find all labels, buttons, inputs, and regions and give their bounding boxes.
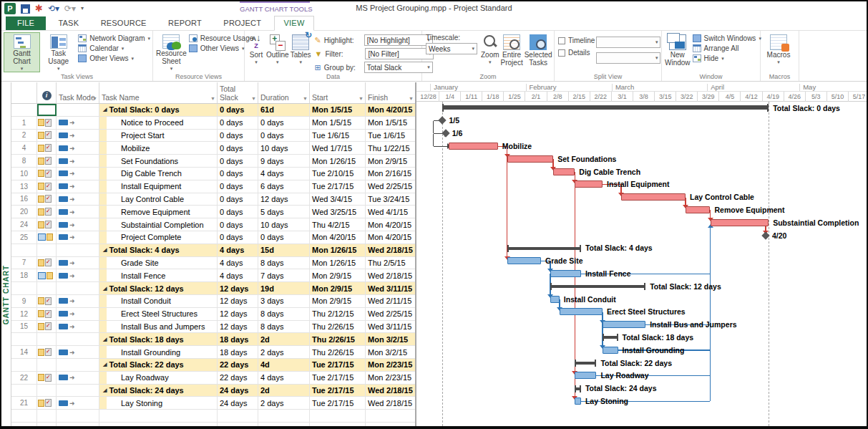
info-column-header[interactable]: i <box>37 82 57 103</box>
collapse-group-icon[interactable]: ◢ <box>103 387 107 393</box>
gantt-bar[interactable] <box>507 257 541 264</box>
indicators-cell[interactable] <box>37 257 57 269</box>
finish-cell[interactable]: Mon 3/2/15 <box>366 333 415 345</box>
duration-cell[interactable]: 4 days <box>258 168 310 180</box>
task-mode-cell[interactable]: ➜ <box>57 168 99 180</box>
task-mode-cell[interactable]: ➜ <box>57 308 99 320</box>
finish-cell[interactable]: Wed 2/18/15 <box>366 269 415 281</box>
empty-row[interactable] <box>11 410 415 423</box>
timescale-week-label[interactable]: 5/3 <box>806 92 827 102</box>
indicators-cell[interactable] <box>37 130 57 142</box>
indicators-cell[interactable] <box>37 206 57 218</box>
gantt-bar[interactable] <box>507 155 554 163</box>
table-row[interactable]: 14➜Install Grounding18 days2 daysThu 2/2… <box>11 346 415 359</box>
timescale-week-label[interactable]: 3/29 <box>698 92 719 102</box>
details-checkbox[interactable] <box>558 49 565 57</box>
tab-resource[interactable]: RESOURCE <box>92 16 156 30</box>
task-mode-cell[interactable]: ➜ <box>57 397 99 409</box>
group-row[interactable]: ◢Total Slack: 12 days12 days19dMon 2/9/1… <box>11 282 415 295</box>
duration-cell[interactable]: 5 days <box>258 206 310 218</box>
table-row[interactable]: 15➜Install Bus and Jumpers12 days8 daysT… <box>11 321 415 334</box>
task-name-cell[interactable]: Erect Steel Structures <box>99 308 218 320</box>
task-name-cell[interactable]: Grade Site <box>99 257 218 269</box>
other-views-button[interactable]: Other Views▾ <box>78 54 150 62</box>
timescale-week-label[interactable]: 3/22 <box>676 92 698 102</box>
tab-task[interactable]: TASK <box>49 16 88 30</box>
task-mode-cell[interactable] <box>57 333 99 345</box>
filter-arrow-icon[interactable]: ▼ <box>92 96 97 101</box>
finish-cell[interactable]: Wed 2/25/15 <box>366 308 415 320</box>
details-view-dropdown[interactable]: ▾ <box>596 52 660 64</box>
task-mode-cell[interactable] <box>57 385 99 397</box>
resource-other-views-button[interactable]: Other Views▾ <box>189 44 253 52</box>
duration-cell[interactable]: 2d <box>258 333 310 345</box>
total-slack-cell[interactable]: 0 days <box>218 180 258 193</box>
task-mode-cell[interactable] <box>57 359 99 371</box>
duration-cell[interactable]: 12 days <box>258 193 310 206</box>
indicators-cell[interactable] <box>37 104 57 116</box>
finish-cell[interactable]: Wed 2/18/15 <box>366 385 415 397</box>
task-mode-cell[interactable]: ➜ <box>57 155 99 167</box>
total-slack-cell[interactable]: 24 days <box>218 397 258 409</box>
timescale-month-label[interactable]: April <box>711 83 724 91</box>
start-cell[interactable]: Mon 1/5/15 <box>310 117 366 129</box>
finish-cell[interactable]: Thu 2/5/15 <box>366 257 415 269</box>
gantt-bar[interactable] <box>575 397 581 405</box>
tab-file[interactable]: FILE <box>6 16 46 30</box>
gantt-bar[interactable] <box>575 362 596 365</box>
group-row[interactable]: ◢Total Slack: 4 days4 days15dMon 1/26/15… <box>11 244 415 257</box>
indicators-cell[interactable] <box>37 244 57 256</box>
total-slack-cell[interactable]: 0 days <box>218 168 258 180</box>
gantt-chart-button[interactable]: Gantt Chart▾ <box>4 32 40 72</box>
total-slack-cell[interactable]: 22 days <box>218 359 258 371</box>
sort-button[interactable]: A↓Z Sort▾ <box>247 32 265 72</box>
task-mode-header[interactable]: Task Mode▼ <box>57 82 99 103</box>
gantt-bar[interactable] <box>550 270 581 277</box>
duration-cell[interactable]: 8 days <box>258 257 310 269</box>
total-slack-cell[interactable]: 12 days <box>218 295 258 307</box>
task-name-header[interactable]: Task Name▼ <box>99 82 218 103</box>
filter-arrow-icon[interactable]: ▼ <box>303 96 308 101</box>
row-number-cell[interactable]: 14 <box>11 346 37 358</box>
task-mode-cell[interactable]: ➜ <box>57 180 99 193</box>
collapse-group-icon[interactable]: ◢ <box>103 362 107 367</box>
zoom-button[interactable]: Zoom▾ <box>480 32 500 72</box>
row-number-cell[interactable]: 10 <box>11 168 37 180</box>
duration-cell[interactable]: 0 days <box>258 231 310 244</box>
indicators-cell[interactable] <box>37 372 57 384</box>
indicators-cell[interactable] <box>37 308 57 320</box>
gantt-bar[interactable] <box>711 219 769 226</box>
row-number-cell[interactable]: 22 <box>11 372 37 384</box>
task-name-cell[interactable]: Notice to Proceed <box>99 117 218 129</box>
start-cell[interactable]: Mon 1/5/15 <box>310 104 366 116</box>
task-mode-cell[interactable]: ➜ <box>57 372 99 384</box>
timescale-month-label[interactable]: January <box>434 83 458 91</box>
finish-cell[interactable]: Mon 4/20/15 <box>366 218 415 231</box>
task-name-cell[interactable]: Lay Control Cable <box>99 193 218 206</box>
timescale-week-label[interactable]: 5/17 <box>849 92 867 102</box>
gantt-bar[interactable] <box>603 321 645 328</box>
task-name-cell[interactable]: ◢Total Slack: 0 days <box>99 104 218 116</box>
gantt-bar[interactable] <box>575 372 596 379</box>
duration-cell[interactable]: 2 days <box>258 346 310 358</box>
task-name-cell[interactable]: Project Complete <box>99 231 218 244</box>
total-slack-cell[interactable]: 24 days <box>218 385 258 397</box>
task-mode-cell[interactable]: ➜ <box>57 117 99 129</box>
total-slack-cell[interactable]: 12 days <box>218 282 258 294</box>
table-row[interactable]: 4➜Mobilize0 days10 daysWed 1/7/15Thu 1/2… <box>11 142 415 155</box>
total-slack-cell[interactable]: 4 days <box>218 269 258 281</box>
indicators-cell[interactable] <box>37 193 57 206</box>
task-mode-cell[interactable] <box>57 104 99 116</box>
filter-arrow-icon[interactable]: ▼ <box>409 96 414 101</box>
start-cell[interactable]: Tue 2/17/15 <box>310 372 366 384</box>
start-cell[interactable]: Thu 4/2/15 <box>310 218 366 231</box>
row-number-cell[interactable]: 25 <box>11 231 37 244</box>
task-name-cell[interactable]: Project Start <box>99 130 218 142</box>
gantt-bar[interactable] <box>507 247 581 250</box>
finish-cell[interactable]: Tue 3/24/15 <box>366 193 415 206</box>
table-row[interactable]: 2➜Project Start0 days0 daysTue 1/6/15Tue… <box>11 130 415 143</box>
start-cell[interactable]: Thu 2/26/15 <box>310 321 366 333</box>
finish-cell[interactable]: Mon 2/9/15 <box>366 155 415 167</box>
task-name-cell[interactable]: Dig Cable Trench <box>99 168 218 180</box>
indicators-cell[interactable] <box>37 397 57 409</box>
